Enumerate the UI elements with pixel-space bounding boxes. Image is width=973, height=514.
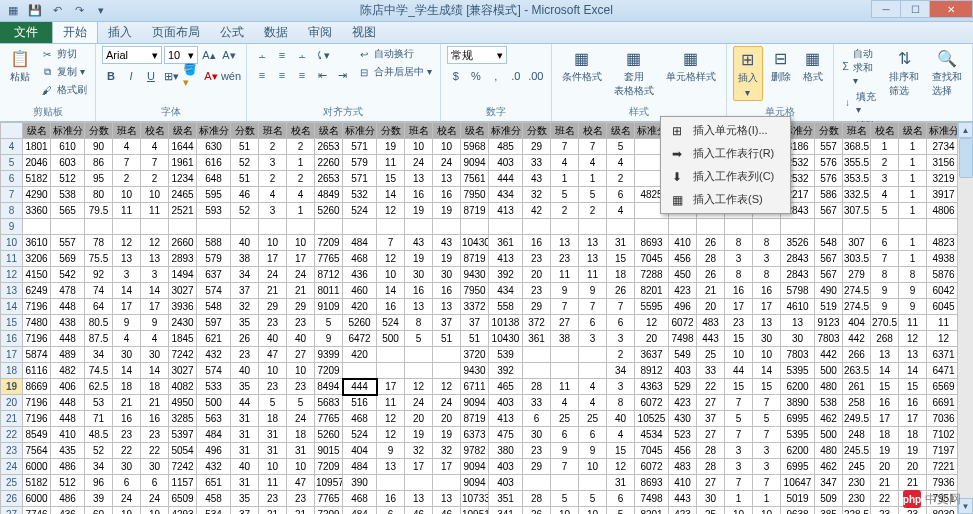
cell[interactable]: 7 bbox=[871, 251, 899, 267]
cell[interactable]: 8719 bbox=[461, 203, 489, 219]
cell[interactable]: 9094 bbox=[461, 395, 489, 411]
cell[interactable]: 597 bbox=[197, 315, 231, 331]
cell[interactable]: 17 bbox=[433, 459, 461, 475]
cell[interactable]: 1845 bbox=[169, 331, 197, 347]
cell[interactable]: 9 bbox=[113, 315, 141, 331]
cell[interactable]: 13 bbox=[141, 251, 169, 267]
cell[interactable]: 16 bbox=[433, 283, 461, 299]
cell[interactable]: 595 bbox=[197, 187, 231, 203]
cell[interactable]: 6116 bbox=[23, 363, 51, 379]
cell[interactable]: 13 bbox=[433, 299, 461, 315]
cell[interactable]: 542 bbox=[51, 267, 85, 283]
cell[interactable] bbox=[113, 219, 141, 235]
cell[interactable]: 27 bbox=[697, 475, 725, 491]
cell[interactable]: 4 bbox=[259, 187, 287, 203]
cell[interactable]: 10430 bbox=[461, 235, 489, 251]
cell[interactable]: 19 bbox=[405, 251, 433, 267]
row-header[interactable]: 23 bbox=[1, 443, 23, 459]
autosum-button[interactable]: Σ自动求和 ▾ bbox=[840, 46, 882, 87]
menu-insert-cells[interactable]: ⊞插入单元格(I)... bbox=[663, 119, 788, 142]
column-header[interactable]: 级名 bbox=[607, 123, 635, 139]
cell[interactable]: 2260 bbox=[315, 155, 343, 171]
cell[interactable]: 17 bbox=[141, 299, 169, 315]
cell[interactable]: 7288 bbox=[635, 267, 669, 283]
cell[interactable]: 435 bbox=[51, 443, 85, 459]
tab-insert[interactable]: 插入 bbox=[98, 21, 142, 43]
cell[interactable]: 24 bbox=[433, 155, 461, 171]
cell[interactable]: 539 bbox=[489, 347, 523, 363]
cell[interactable]: 27 bbox=[551, 315, 579, 331]
cell[interactable]: 40 bbox=[287, 331, 315, 347]
cell[interactable]: 51 bbox=[461, 331, 489, 347]
cell[interactable]: 30 bbox=[141, 347, 169, 363]
cell[interactable]: 87.5 bbox=[85, 331, 113, 347]
cell[interactable]: 17 bbox=[259, 251, 287, 267]
cell[interactable]: 14 bbox=[113, 363, 141, 379]
cell[interactable] bbox=[197, 219, 231, 235]
cell[interactable] bbox=[405, 475, 433, 491]
cell[interactable]: 28 bbox=[697, 251, 725, 267]
cell[interactable]: 630 bbox=[197, 139, 231, 155]
cell[interactable]: 8 bbox=[607, 395, 635, 411]
align-middle-icon[interactable]: ≡ bbox=[273, 46, 291, 64]
cell[interactable]: 456 bbox=[669, 251, 697, 267]
cell[interactable]: 529 bbox=[669, 379, 697, 395]
inc-decimal-icon[interactable]: .0 bbox=[507, 67, 525, 85]
cell[interactable]: 5 bbox=[259, 395, 287, 411]
format-button[interactable]: ▦格式 bbox=[799, 46, 827, 86]
cell[interactable]: 6 bbox=[377, 507, 405, 515]
cell[interactable]: 23 bbox=[523, 251, 551, 267]
cell[interactable]: 523 bbox=[669, 427, 697, 443]
cell[interactable]: 2 bbox=[287, 139, 315, 155]
cell[interactable]: 51 bbox=[231, 171, 259, 187]
cell[interactable]: 6 bbox=[607, 491, 635, 507]
cell[interactable]: 30 bbox=[405, 267, 433, 283]
column-header[interactable]: 校名 bbox=[871, 123, 899, 139]
cell[interactable]: 13 bbox=[433, 171, 461, 187]
cell[interactable]: 13 bbox=[753, 315, 781, 331]
cell[interactable]: 392 bbox=[489, 363, 523, 379]
cell[interactable]: 52 bbox=[85, 443, 113, 459]
cell[interactable]: 24 bbox=[405, 395, 433, 411]
cell[interactable]: 509 bbox=[815, 491, 843, 507]
cell[interactable]: 576 bbox=[815, 171, 843, 187]
cell[interactable]: 34 bbox=[607, 363, 635, 379]
cell[interactable]: 21 bbox=[697, 283, 725, 299]
cell[interactable]: 44 bbox=[725, 363, 753, 379]
cell[interactable]: 9430 bbox=[461, 267, 489, 283]
row-header[interactable]: 15 bbox=[1, 315, 23, 331]
cell[interactable]: 5595 bbox=[635, 299, 669, 315]
row-header[interactable]: 7 bbox=[1, 187, 23, 203]
cell[interactable]: 8 bbox=[753, 267, 781, 283]
cell[interactable] bbox=[579, 219, 607, 235]
cell[interactable]: 2 bbox=[113, 171, 141, 187]
cell[interactable]: 303.5 bbox=[843, 251, 871, 267]
cell[interactable]: 5260 bbox=[315, 427, 343, 443]
cell[interactable]: 25 bbox=[579, 411, 607, 427]
cell[interactable]: 2843 bbox=[781, 267, 815, 283]
column-header[interactable]: 标准分 bbox=[343, 123, 377, 139]
cell[interactable]: 448 bbox=[51, 411, 85, 427]
cell[interactable]: 19 bbox=[871, 443, 899, 459]
cell[interactable] bbox=[551, 347, 579, 363]
column-header[interactable]: 分数 bbox=[523, 123, 551, 139]
cell[interactable]: 9 bbox=[579, 443, 607, 459]
align-left-icon[interactable]: ≡ bbox=[253, 66, 271, 84]
cell[interactable]: 4 bbox=[607, 155, 635, 171]
cell[interactable]: 557 bbox=[51, 235, 85, 251]
cell[interactable]: 53 bbox=[85, 395, 113, 411]
cell[interactable]: 532 bbox=[343, 187, 377, 203]
cell[interactable]: 410 bbox=[669, 235, 697, 251]
cell[interactable]: 403 bbox=[489, 459, 523, 475]
cell[interactable]: 9 bbox=[899, 283, 927, 299]
cell[interactable] bbox=[433, 363, 461, 379]
cell[interactable] bbox=[405, 363, 433, 379]
cell[interactable]: 9109 bbox=[315, 299, 343, 315]
cell[interactable]: 368.5 bbox=[843, 139, 871, 155]
cell[interactable]: 6509 bbox=[169, 491, 197, 507]
cell[interactable]: 7 bbox=[753, 475, 781, 491]
cell[interactable]: 3372 bbox=[461, 299, 489, 315]
cell[interactable]: 38 bbox=[551, 331, 579, 347]
cell[interactable]: 3720 bbox=[461, 347, 489, 363]
cell[interactable]: 3890 bbox=[781, 395, 815, 411]
